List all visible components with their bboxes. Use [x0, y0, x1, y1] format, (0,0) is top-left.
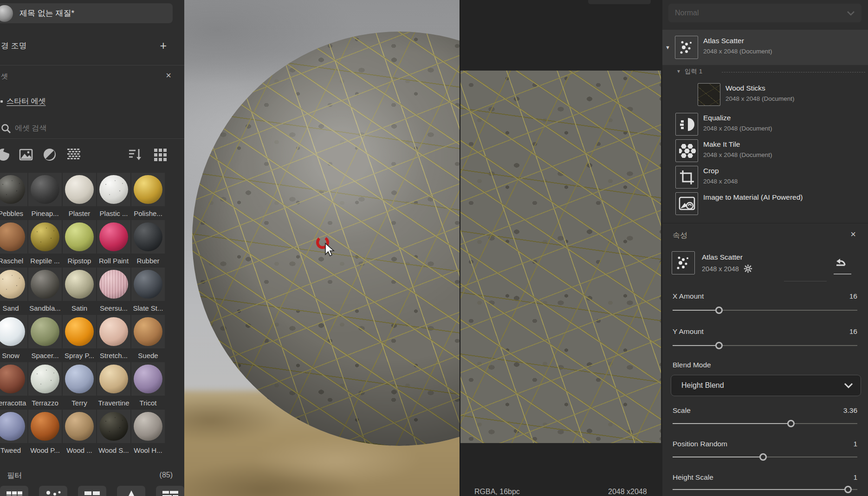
layer-atlas-scatter[interactable]: ▼ Atlas Scatter 2048 x 2048 (Document) — [662, 30, 868, 65]
scale-slider[interactable] — [673, 419, 857, 428]
height-scale-slider[interactable] — [673, 485, 857, 494]
slider-knob[interactable] — [715, 342, 723, 349]
material-thumbnail-cell[interactable] — [28, 268, 62, 301]
material-sphere-filter-icon[interactable] — [0, 148, 10, 162]
filter-table-button[interactable] — [78, 486, 106, 496]
filter-columns-button[interactable] — [0, 486, 28, 496]
slider-track[interactable] — [673, 423, 857, 424]
layer-make-it-tile[interactable]: Make It Tile 2048 x 2048 (Document) — [662, 138, 868, 164]
material-thumbnail-cell[interactable] — [131, 410, 165, 443]
material-tile[interactable]: Sand — [0, 268, 27, 315]
material-tile[interactable]: Terrazzo — [28, 362, 62, 410]
texture-2d-panel[interactable]: RGBA, 16bpc 2048 x2048 — [460, 0, 662, 496]
param-value-position-random[interactable]: 1 — [853, 440, 857, 448]
layer-blend-mode-dropdown[interactable]: Normal — [668, 4, 862, 22]
material-tile[interactable]: Reptile ... — [28, 220, 62, 268]
x-amount-slider[interactable] — [673, 306, 857, 314]
param-value-height-scale[interactable]: 1 — [853, 473, 857, 482]
position-random-slider[interactable] — [673, 453, 857, 461]
texture-2d-preview[interactable] — [460, 71, 661, 443]
material-tile[interactable]: Seersu... — [97, 268, 130, 315]
material-thumbnail-cell[interactable] — [97, 220, 130, 254]
panel-handle[interactable] — [588, 0, 651, 4]
grid-view-icon[interactable] — [153, 148, 167, 162]
material-tile[interactable]: Wood S... — [97, 410, 130, 457]
material-tile[interactable]: Suede — [131, 315, 165, 362]
layer-crop[interactable]: Crop 2048 x 2048 — [662, 164, 868, 191]
material-thumbnail-cell[interactable] — [131, 173, 165, 206]
material-tile[interactable]: Pineap... — [28, 173, 62, 220]
add-environment-button[interactable]: + — [160, 38, 167, 53]
gear-icon[interactable] — [744, 264, 752, 273]
close-assets-icon[interactable]: × — [166, 71, 171, 80]
material-thumbnail-cell[interactable] — [131, 220, 165, 254]
viewport-3d[interactable] — [184, 0, 460, 496]
material-thumbnail-cell[interactable] — [97, 173, 130, 206]
layer-wood-sticks[interactable]: Wood Sticks 2048 x 2048 (Document) — [662, 82, 868, 108]
slider-knob[interactable] — [715, 307, 723, 314]
material-thumbnail-cell[interactable] — [28, 220, 62, 254]
slider-track[interactable] — [673, 310, 857, 311]
asset-search-input[interactable] — [14, 121, 162, 136]
material-thumbnail-cell[interactable] — [0, 173, 27, 206]
material-tile[interactable]: Snow — [0, 315, 27, 362]
material-tile[interactable]: Sandbla... — [28, 268, 62, 315]
material-tile[interactable]: Travertine — [97, 362, 130, 410]
expander-triangle-icon[interactable]: ▼ — [676, 69, 681, 74]
material-thumbnail-cell[interactable] — [131, 268, 165, 301]
material-thumbnail-cell[interactable] — [63, 315, 96, 348]
material-tile[interactable]: Wood ... — [63, 410, 96, 457]
fabric-pattern-filter-icon[interactable] — [66, 148, 81, 163]
material-tile[interactable]: Spray P... — [63, 315, 96, 362]
filter-rows-button[interactable] — [156, 486, 184, 496]
material-tile[interactable]: Roll Paint — [97, 220, 130, 268]
param-value-y-amount[interactable]: 16 — [849, 327, 857, 336]
material-thumbnail-cell[interactable] — [63, 268, 96, 301]
material-thumbnail-cell[interactable] — [63, 362, 96, 396]
param-value-scale[interactable]: 3.36 — [843, 406, 857, 415]
material-thumbnail-cell[interactable] — [63, 173, 96, 206]
material-tile[interactable]: Polishe... — [131, 173, 165, 220]
material-tile[interactable]: Tweed — [0, 410, 27, 457]
material-thumbnail-cell[interactable] — [0, 315, 27, 348]
material-tile[interactable]: Wood P... — [28, 410, 62, 457]
material-thumbnail-cell[interactable] — [0, 410, 27, 443]
material-tile[interactable]: Ripstop — [63, 220, 96, 268]
material-title-bar[interactable]: 제목 없는 재질* — [0, 3, 173, 23]
material-thumbnail-cell[interactable] — [97, 362, 130, 396]
close-properties-icon[interactable]: × — [850, 229, 856, 240]
layer-equalize[interactable]: Equalize 2048 x 2048 (Document) — [662, 111, 868, 138]
material-thumbnail-cell[interactable] — [97, 410, 130, 443]
material-thumbnail-cell[interactable] — [97, 268, 130, 301]
material-tile[interactable]: Spacer... — [28, 315, 62, 362]
slider-knob[interactable] — [787, 420, 795, 427]
material-thumbnail-cell[interactable] — [0, 362, 27, 396]
reset-undo-icon[interactable] — [834, 259, 849, 271]
material-tile[interactable]: Terracotta — [0, 362, 27, 410]
slider-track[interactable] — [673, 345, 857, 346]
material-thumbnail-cell[interactable] — [28, 362, 62, 396]
material-tile[interactable]: Raschel — [0, 220, 27, 268]
material-thumbnail-cell[interactable] — [63, 220, 96, 254]
filter-mountain-button[interactable] — [117, 486, 145, 496]
starter-assets-link[interactable]: 스타터 에셋 — [6, 97, 45, 105]
image-filter-icon[interactable] — [19, 148, 33, 162]
filter-scatter-button[interactable] — [39, 486, 67, 496]
expander-triangle-icon[interactable]: ▼ — [665, 45, 670, 50]
material-thumbnail-cell[interactable] — [97, 315, 130, 348]
material-thumbnail-cell[interactable] — [131, 362, 165, 396]
material-tile[interactable]: Terry — [63, 362, 96, 410]
material-tile[interactable]: Slate St... — [131, 268, 165, 315]
material-tile[interactable]: Rubber — [131, 220, 165, 268]
material-tile[interactable]: Pebbles — [0, 173, 27, 220]
material-thumbnail-cell[interactable] — [131, 315, 165, 348]
material-tile[interactable]: Stretch... — [97, 315, 130, 362]
y-amount-slider[interactable] — [673, 341, 857, 350]
material-thumbnail-cell[interactable] — [28, 315, 62, 348]
filter-contrast-icon[interactable] — [43, 148, 57, 162]
material-tile[interactable]: Wool H... — [131, 410, 165, 457]
input-group-row[interactable]: ▼ 입력 1 — [662, 66, 868, 78]
param-value-x-amount[interactable]: 16 — [849, 292, 857, 300]
sort-icon[interactable] — [128, 148, 143, 162]
slider-knob[interactable] — [844, 486, 852, 493]
